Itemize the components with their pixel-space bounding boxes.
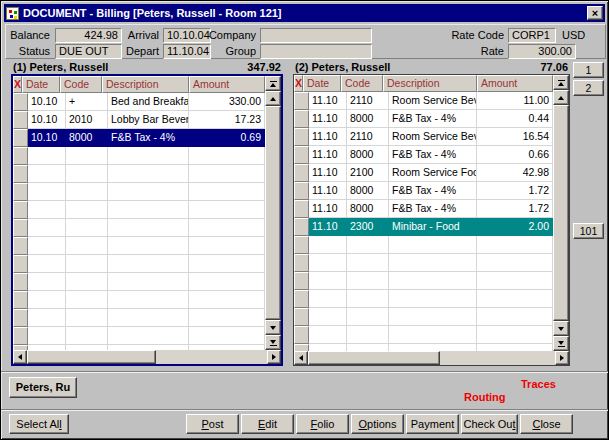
row-selector-cell[interactable] [294,200,309,218]
scroll-left-icon[interactable] [294,351,308,365]
scroll-up-icon[interactable] [265,91,281,106]
scroll-down-icon[interactable] [265,320,281,335]
row-selector-cell[interactable] [13,183,28,201]
post-button[interactable]: Post [186,414,239,434]
scroll-right-icon[interactable] [267,350,281,364]
row-selector-cell[interactable] [13,219,28,237]
scroll-to-top-icon[interactable] [265,76,281,91]
scrollbar-thumb[interactable] [27,350,156,364]
row-selector-cell[interactable] [294,92,309,110]
row-selector-cell[interactable] [294,218,309,236]
row-selector-cell[interactable] [13,291,28,309]
edit-button[interactable]: Edit [241,414,294,434]
scrollbar-thumb[interactable] [553,105,569,321]
scroll-to-bottom-icon[interactable] [265,335,281,350]
row-selector-cell[interactable] [13,255,28,273]
table-row[interactable] [294,290,553,308]
row-selector-cell[interactable] [13,327,28,345]
routing-indicator[interactable]: Routing [464,391,506,403]
row-selector-cell[interactable] [294,128,309,146]
status-field[interactable]: DUE OUT [55,44,122,59]
payment-button[interactable]: Payment [406,414,459,434]
table-row[interactable]: 11.102110Room Service Beverage11.00 [294,92,553,110]
rate-field[interactable]: 300.00 [508,44,576,59]
table-row[interactable] [294,308,553,326]
window-1-button[interactable]: 1 [573,62,604,78]
table-row[interactable]: 11.108000F&B Tax - 4%1.72 [294,200,553,218]
scroll-up-icon[interactable] [553,90,569,105]
row-selector-cell[interactable] [13,129,28,147]
table-row[interactable] [294,344,553,351]
table-row[interactable]: 11.102100Room Service Food42.98 [294,164,553,182]
vertical-scrollbar[interactable] [265,76,281,350]
table-row[interactable]: 11.108000F&B Tax - 4%0.66 [294,146,553,164]
table-row[interactable] [13,327,265,345]
row-selector-cell[interactable] [13,165,28,183]
table-row[interactable] [13,237,265,255]
table-row[interactable]: 10.10+Bed and Breakfast 5464330.00 [13,93,265,111]
table-row[interactable] [294,236,553,254]
table-row[interactable] [13,165,265,183]
row-selector-cell[interactable] [294,272,309,290]
table-row[interactable] [294,326,553,344]
options-button[interactable]: Options [351,414,404,434]
table-row[interactable]: 11.102110Room Service Beverage16.54 [294,128,553,146]
row-selector-cell[interactable] [294,236,309,254]
close-button[interactable]: × [587,6,603,20]
row-selector-cell[interactable] [294,164,309,182]
scroll-down-icon[interactable] [553,321,569,336]
row-selector-cell[interactable] [294,308,309,326]
table-row[interactable] [13,201,265,219]
table-row[interactable]: 11.102300Minibar - Food2.00 [294,218,553,236]
horizontal-scrollbar[interactable] [294,351,569,365]
guest-tab[interactable]: Peters, Ru [9,377,77,398]
balance-field[interactable]: 424.98 [55,28,122,43]
row-selector-cell[interactable] [294,344,309,351]
table-row[interactable]: 11.108000F&B Tax - 4%0.44 [294,110,553,128]
scroll-to-bottom-icon[interactable] [553,336,569,351]
table-row[interactable]: 10.108000F&B Tax - 4%0.69 [13,129,265,147]
table-row[interactable]: 11.108000F&B Tax - 4%1.72 [294,182,553,200]
horizontal-scrollbar[interactable] [13,350,281,364]
scrollbar-track[interactable] [156,350,267,364]
row-selector-cell[interactable] [294,182,309,200]
table-row[interactable]: 10.102010Lobby Bar Beverage17.23 [13,111,265,129]
select-all-button[interactable]: Select All [9,414,69,434]
arrival-field[interactable]: 10.10.04 [163,28,211,43]
company-field[interactable] [260,28,372,43]
row-selector-cell[interactable] [294,290,309,308]
table-row[interactable] [13,291,265,309]
scroll-left-icon[interactable] [13,350,27,364]
close-button[interactable]: Close [520,414,573,434]
table-row[interactable] [13,147,265,165]
check-out-button[interactable]: Check Out [461,414,518,434]
scrollbar-thumb[interactable] [308,351,440,365]
row-selector-cell[interactable] [13,201,28,219]
table-row[interactable] [13,309,265,327]
table-row[interactable] [13,273,265,291]
group-field[interactable] [260,44,372,59]
rate-code-field[interactable]: CORP1 [508,28,556,43]
folio-button[interactable]: Folio [296,414,349,434]
window-101-button[interactable]: 101 [573,223,604,239]
depart-field[interactable]: 11.10.04 [163,44,211,59]
scroll-right-icon[interactable] [555,351,569,365]
table-row[interactable] [294,254,553,272]
row-selector-cell[interactable] [294,146,309,164]
row-selector-cell[interactable] [13,309,28,327]
table-row[interactable] [13,183,265,201]
traces-indicator[interactable]: Traces [521,378,556,390]
titlebar[interactable]: DOCUMENT - Billing [Peters, Russell - Ro… [4,4,605,22]
row-selector-cell[interactable] [13,93,28,111]
row-selector-cell[interactable] [13,147,28,165]
vertical-scrollbar[interactable] [553,75,569,351]
table-row[interactable] [13,219,265,237]
row-selector-cell[interactable] [294,326,309,344]
scrollbar-track[interactable] [440,351,555,365]
row-selector-cell[interactable] [294,254,309,272]
table-row[interactable] [13,255,265,273]
row-selector-cell[interactable] [13,237,28,255]
scrollbar-thumb[interactable] [265,106,281,320]
window-2-button[interactable]: 2 [573,80,604,96]
table-row[interactable] [294,272,553,290]
